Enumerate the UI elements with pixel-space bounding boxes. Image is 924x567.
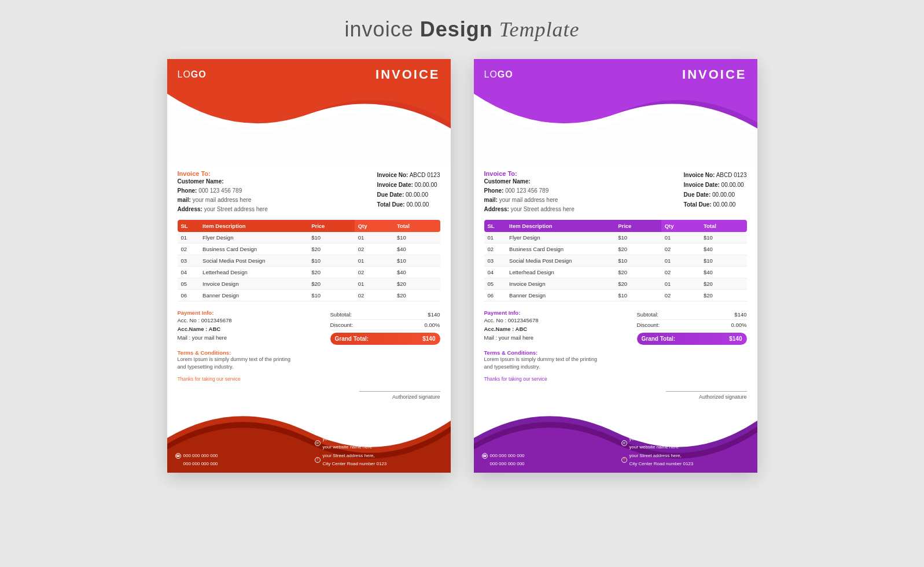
table-row: 03 Social Media Post Design $10 01 $10 [178, 255, 440, 267]
grand-total-red: Grand Total: $140 [330, 333, 440, 345]
payment-info-red: Payment Info: Acc. No : 0012345678 Acc.N… [178, 310, 293, 343]
invoice-header-purple: LOGO INVOICE [474, 59, 757, 163]
invoice-footer-section-red: Payment Info: Acc. No : 0012345678 Acc.N… [178, 307, 440, 385]
totals-red: Subtotal: $140 Discount: 0.00% Grand Tot… [330, 310, 440, 382]
footer-contact-purple: ☎ 000 000 000 000 000 000 000 000 ✉ your… [474, 430, 757, 472]
invoice-table-red: SL Item Description Price Qty Total 01 F… [178, 220, 440, 301]
invoice-to-purple: Invoice To: Customer Name: Phone: 000 12… [484, 170, 575, 214]
table-row: 04 Letterhead Design $20 02 $40 [178, 267, 440, 278]
invoice-info-row-purple: Invoice To: Customer Name: Phone: 000 12… [484, 170, 747, 214]
header-logo-purple: LOGO [484, 69, 513, 80]
page-title: invoice Design Template [345, 17, 580, 42]
table-row: 03 Social Media Post Design $10 01 $10 [484, 255, 747, 267]
header-logo-red: LOGO [178, 69, 207, 80]
invoice-info-row-red: Invoice To: Customer Name: Phone: 000 12… [178, 170, 440, 214]
header-invoice-label-red: INVOICE [376, 67, 440, 82]
invoice-body-purple: Invoice To: Customer Name: Phone: 000 12… [474, 163, 757, 409]
signature-red: Authorized signature [178, 385, 440, 402]
signature-purple: Authorized signature [484, 385, 747, 402]
table-row: 02 Business Card Design $20 02 $40 [484, 244, 747, 255]
table-row: 01 Flyer Design $10 01 $10 [484, 232, 747, 244]
invoice-footer-section-purple: Payment Info: Acc. No : 0012345678 Acc.N… [484, 307, 747, 385]
grand-total-purple: Grand Total: $140 [637, 333, 747, 345]
invoice-purple: LOGO INVOICE Invoice To: Customer Name: … [474, 59, 757, 473]
terms-purple: Terms & Conditions: Lorem Ipsum is simpl… [484, 347, 600, 374]
table-row: 06 Banner Design $10 02 $20 [178, 290, 440, 301]
invoices-container: LOGO INVOICE Invoice To: Customer Name: … [167, 59, 757, 473]
table-row: 05 Invoice Design $20 01 $20 [178, 278, 440, 290]
footer-contact-red: ☎ 000 000 000 000 000 000 000 000 ✉ your… [167, 430, 451, 472]
table-row: 01 Flyer Design $10 01 $10 [178, 232, 440, 244]
terms-red: Terms & Conditions: Lorem Ipsum is simpl… [178, 347, 293, 374]
totals-purple: Subtotal: $140 Discount: 0.00% Grand Tot… [637, 310, 747, 382]
invoice-footer-wave-purple: ☎ 000 000 000 000 000 000 000 000 ✉ your… [474, 409, 757, 473]
invoice-to-red: Invoice To: Customer Name: Phone: 000 12… [178, 170, 268, 214]
invoice-red: LOGO INVOICE Invoice To: Customer Name: … [167, 59, 451, 473]
invoice-details-purple: Invoice No: ABCD 0123 Invoice Date: 00.0… [684, 170, 747, 214]
table-row: 06 Banner Design $10 02 $20 [484, 290, 747, 301]
payment-info-purple: Payment Info: Acc. No : 0012345678 Acc.N… [484, 310, 600, 343]
invoice-details-red: Invoice No: ABCD 0123 Invoice Date: 00.0… [377, 170, 440, 214]
table-row: 04 Letterhead Design $20 02 $40 [484, 267, 747, 278]
invoice-footer-wave-red: ☎ 000 000 000 000 000 000 000 000 ✉ your… [167, 409, 451, 473]
invoice-body-red: Invoice To: Customer Name: Phone: 000 12… [167, 163, 451, 409]
invoice-table-purple: SL Item Description Price Qty Total 01 F… [484, 220, 747, 301]
header-invoice-label-purple: INVOICE [682, 67, 746, 82]
invoice-header-red: LOGO INVOICE [167, 59, 451, 163]
table-row: 05 Invoice Design $20 01 $20 [484, 278, 747, 290]
table-row: 02 Business Card Design $20 02 $40 [178, 244, 440, 255]
